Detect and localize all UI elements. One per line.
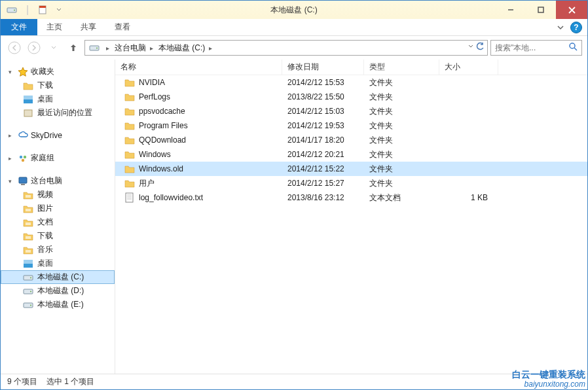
- sidebar-item-desktop2[interactable]: 桌面: [1, 257, 115, 270]
- file-row[interactable]: QQDownload2014/1/17 18:20文件夹: [115, 133, 587, 147]
- sidebar-item-documents[interactable]: 文档: [1, 215, 115, 229]
- close-button[interactable]: [556, 1, 587, 19]
- navigation-pane: ▾ 收藏夹 下载 桌面 最近访问的位置 ▸ SkyDrive ▸: [1, 60, 115, 374]
- desktop-icon: [23, 258, 33, 269]
- text-file-icon: [124, 192, 135, 203]
- tab-share[interactable]: 共享: [71, 19, 105, 35]
- file-tab[interactable]: 文件: [1, 19, 37, 35]
- file-name: 用户: [139, 178, 155, 189]
- file-row[interactable]: PerfLogs2013/8/22 15:50文件夹: [115, 90, 587, 104]
- tab-home[interactable]: 主页: [37, 19, 71, 35]
- column-headers: 名称 修改日期 类型 大小: [115, 60, 587, 75]
- folder-icon: [23, 217, 33, 228]
- sidebar-item-desktop[interactable]: 桌面: [1, 92, 115, 106]
- column-name[interactable]: 名称: [115, 60, 282, 75]
- qat-dropdown-icon[interactable]: [52, 3, 66, 17]
- breadcrumb-root[interactable]: [102, 44, 112, 52]
- file-row[interactable]: Program Files2014/2/12 19:53文件夹: [115, 118, 587, 133]
- file-date: 2014/2/12 20:21: [282, 150, 364, 159]
- title-bar: | 本地磁盘 (C:): [1, 1, 587, 19]
- status-bar: 9 个项目 选中 1 个项目: [1, 374, 587, 389]
- sidebar-item-videos[interactable]: 视频: [1, 188, 115, 202]
- address-bar[interactable]: 这台电脑 本地磁盘 (C:): [84, 40, 488, 56]
- file-name: ppsvodcache: [139, 107, 185, 116]
- column-date[interactable]: 修改日期: [282, 60, 364, 75]
- file-row[interactable]: NVIDIA2014/2/12 15:53文件夹: [115, 75, 587, 90]
- file-date: 2014/2/12 15:27: [282, 179, 364, 188]
- sidebar-thispc[interactable]: ▾ 这台电脑: [1, 174, 115, 188]
- search-icon[interactable]: [569, 42, 578, 54]
- file-row[interactable]: log_followvideo.txt2013/8/16 23:12文本文档1 …: [115, 190, 587, 205]
- file-row[interactable]: Windows.old2014/2/12 15:22文件夹: [115, 162, 587, 176]
- expand-icon[interactable]: ▸: [9, 132, 15, 139]
- address-drive-icon: [89, 43, 100, 53]
- homegroup-icon: [18, 153, 28, 164]
- status-selected: 选中 1 个项目: [46, 376, 94, 387]
- folder-icon: [23, 80, 33, 91]
- qat-drive-icon[interactable]: [5, 3, 19, 17]
- sidebar-favorites-label: 收藏夹: [31, 66, 54, 77]
- minimize-button[interactable]: [496, 1, 526, 19]
- search-input[interactable]: [495, 43, 569, 52]
- file-row[interactable]: Windows2014/2/12 20:21文件夹: [115, 147, 587, 162]
- file-name: Windows.old: [139, 164, 183, 173]
- file-row[interactable]: 用户2014/2/12 15:27文件夹: [115, 176, 587, 190]
- expand-icon[interactable]: ▸: [9, 155, 15, 162]
- sidebar-item-recent[interactable]: 最近访问的位置: [1, 106, 115, 120]
- breadcrumb-thispc[interactable]: 这台电脑: [112, 43, 156, 54]
- search-box[interactable]: [490, 40, 582, 56]
- file-date: 2014/2/12 15:22: [282, 164, 364, 173]
- sidebar-item-downloads2[interactable]: 下载: [1, 229, 115, 243]
- drive-icon: [23, 300, 33, 310]
- file-name: log_followvideo.txt: [139, 193, 203, 202]
- svg-rect-13: [39, 6, 46, 8]
- file-name: PerfLogs: [139, 92, 170, 101]
- sidebar-item-drive-e[interactable]: 本地磁盘 (E:): [1, 298, 115, 311]
- sidebar-skydrive[interactable]: ▸ SkyDrive: [1, 129, 115, 142]
- file-name: QQDownload: [139, 135, 186, 145]
- sidebar-item-downloads[interactable]: 下载: [1, 79, 115, 92]
- cloud-icon: [18, 130, 28, 141]
- window-title: 本地磁盘 (C:): [270, 5, 317, 16]
- file-type: 文件夹: [364, 178, 439, 189]
- file-date: 2014/1/17 18:20: [282, 135, 364, 145]
- up-button[interactable]: [65, 39, 82, 56]
- recent-icon: [23, 108, 33, 118]
- collapse-icon[interactable]: ▾: [9, 69, 15, 75]
- folder-icon: [124, 120, 135, 131]
- qat-properties-icon[interactable]: [36, 3, 50, 17]
- expand-ribbon-icon[interactable]: [557, 22, 564, 33]
- back-button[interactable]: [6, 39, 23, 56]
- computer-icon: [18, 176, 28, 186]
- forward-button[interactable]: [26, 39, 43, 56]
- file-type: 文件夹: [364, 164, 439, 175]
- file-type: 文件夹: [364, 120, 439, 132]
- maximize-button[interactable]: [526, 1, 556, 19]
- file-row[interactable]: ppsvodcache2014/2/12 15:03文件夹: [115, 104, 587, 118]
- folder-icon: [124, 164, 135, 174]
- svg-rect-15: [538, 7, 543, 12]
- svg-rect-25: [24, 264, 33, 268]
- recent-dropdown[interactable]: [45, 39, 62, 56]
- file-type: 文件夹: [364, 149, 439, 160]
- sidebar-item-drive-c[interactable]: 本地磁盘 (C:): [1, 270, 115, 284]
- sidebar-item-pictures[interactable]: 图片: [1, 202, 115, 215]
- sidebar-item-drive-d[interactable]: 本地磁盘 (D:): [1, 284, 115, 298]
- folder-icon: [124, 106, 135, 116]
- tab-view[interactable]: 查看: [105, 19, 139, 35]
- sidebar-item-music[interactable]: 音乐: [1, 243, 115, 257]
- address-dropdown-icon[interactable]: [468, 42, 474, 54]
- sidebar-homegroup[interactable]: ▸ 家庭组: [1, 151, 115, 165]
- column-type[interactable]: 类型: [364, 60, 439, 75]
- file-type: 文件夹: [364, 106, 439, 117]
- file-name: NVIDIA: [139, 78, 165, 87]
- file-date: 2014/2/12 15:03: [282, 107, 364, 116]
- breadcrumb-drive[interactable]: 本地磁盘 (C:): [156, 43, 215, 54]
- collapse-icon[interactable]: ▾: [9, 178, 15, 185]
- refresh-icon[interactable]: [475, 42, 485, 54]
- column-size[interactable]: 大小: [439, 60, 498, 75]
- sidebar-favorites[interactable]: ▾ 收藏夹: [1, 65, 115, 79]
- help-icon[interactable]: ?: [570, 22, 582, 33]
- file-size: 1 KB: [439, 193, 498, 202]
- file-date: 2014/2/12 19:53: [282, 121, 364, 130]
